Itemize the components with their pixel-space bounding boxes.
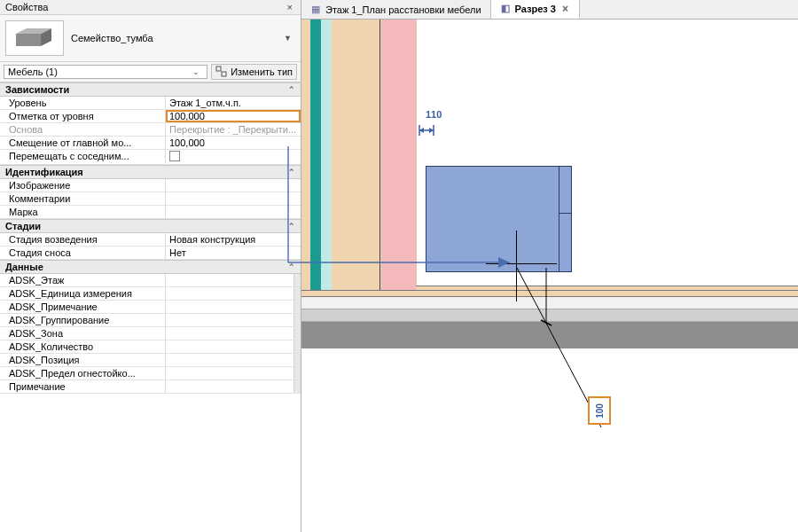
family-type-dropdown[interactable]: Семейство_тумба ▼	[71, 33, 295, 43]
tab-section[interactable]: ◧ Разрез 3 ×	[491, 0, 580, 19]
prop-level[interactable]: УровеньЭтаж 1_отм.ч.п.	[0, 97, 301, 110]
prop-offset-from-level[interactable]: Отметка от уровня100,000	[0, 110, 301, 123]
category-constraints[interactable]: Зависимости⌃	[0, 82, 301, 97]
chevron-down-icon: ▼	[280, 34, 295, 43]
collapse-icon: ⌃	[288, 262, 295, 271]
collapse-icon: ⌃	[288, 222, 295, 231]
prop-adsk-fire[interactable]: ADSK_Предел огнестойко...	[0, 367, 301, 380]
checkbox[interactable]	[169, 151, 180, 161]
close-icon[interactable]: ×	[285, 2, 295, 12]
dimension-width[interactable]: 110	[426, 109, 442, 120]
prop-adsk-pos[interactable]: ADSK_Позиция	[0, 354, 301, 367]
close-icon[interactable]: ×	[560, 3, 570, 15]
prop-moves-with[interactable]: Перемещать с соседним...	[0, 150, 301, 165]
collapse-icon: ⌃	[288, 168, 295, 176]
temp-dimension-box[interactable]: 100	[588, 396, 611, 425]
cursor-crosshair	[516, 231, 517, 301]
prop-mark[interactable]: Марка	[0, 206, 301, 219]
prop-adsk-floor[interactable]: ADSK_Этаж	[0, 274, 301, 287]
tab-plan[interactable]: ▦ Этаж 1_План расстановки мебели	[301, 0, 491, 19]
prop-comments[interactable]: Комментарии	[0, 192, 301, 206]
prop-adsk-qty[interactable]: ADSK_Количество	[0, 340, 301, 354]
section-icon: ◧	[500, 4, 511, 14]
slab-structural	[301, 322, 798, 348]
prop-phase-demolished[interactable]: Стадия сносаНет	[0, 246, 301, 260]
section-view-canvas[interactable]: 110 100	[301, 20, 798, 532]
prop-note[interactable]: Примечание	[0, 380, 301, 394]
temp-dimension-value: 100	[595, 403, 605, 419]
slab-layer-2	[301, 309, 798, 322]
panel-header: Свойства ×	[0, 0, 301, 15]
edit-type-label: Изменить тип	[231, 66, 293, 77]
wall-edge	[379, 20, 380, 310]
tab-label: Этаж 1_План расстановки мебели	[325, 4, 481, 15]
prop-phase-created[interactable]: Стадия возведенияНовая конструкция	[0, 233, 301, 246]
cabinet-door	[559, 167, 571, 271]
view-icon: ▦	[310, 4, 321, 15]
family-thumbnail	[5, 20, 64, 56]
filter-text: Мебель (1)	[8, 66, 58, 77]
panel-title: Свойства	[5, 2, 48, 12]
type-selector-row[interactable]: Семейство_тумба ▼	[0, 15, 301, 62]
prop-offset-from-host[interactable]: Смещение от главной мо...100,000	[0, 137, 301, 150]
category-data[interactable]: Данные⌃	[0, 260, 301, 274]
view-tabs: ▦ Этаж 1_План расстановки мебели ◧ Разре…	[301, 0, 798, 20]
collapse-icon: ⌃	[288, 85, 295, 94]
svg-marker-0	[16, 34, 41, 46]
category-filter-dropdown[interactable]: Мебель (1) ⌄	[4, 65, 207, 79]
cursor-crosshair	[486, 263, 557, 264]
svg-rect-4	[222, 72, 226, 76]
edit-type-icon	[215, 66, 228, 78]
chevron-down-icon: ⌄	[189, 67, 203, 76]
category-phasing[interactable]: Стадии⌃	[0, 219, 301, 233]
properties-panel: Свойства × Семейство_тумба ▼ Мебель (1) …	[0, 0, 301, 532]
tab-label: Разрез 3	[515, 4, 556, 14]
svg-rect-3	[216, 66, 221, 71]
prop-host: ОсноваПерекрытие : _Перекрыти...	[0, 123, 301, 137]
wall-core	[381, 20, 417, 290]
edit-type-button[interactable]: Изменить тип	[211, 64, 297, 80]
prop-adsk-note[interactable]: ADSK_Примечание	[0, 301, 301, 314]
floor-layer	[301, 290, 798, 297]
prop-adsk-unit[interactable]: ADSK_Единица измерения	[0, 287, 301, 301]
category-identity[interactable]: Идентификация⌃	[0, 165, 301, 179]
dimension-bar	[418, 123, 451, 136]
prop-adsk-group[interactable]: ADSK_Группирование	[0, 314, 301, 327]
properties-grid: Зависимости⌃ УровеньЭтаж 1_отм.ч.п. Отме…	[0, 82, 301, 532]
cabinet-element[interactable]	[426, 166, 572, 272]
wall-layer-1	[310, 20, 321, 330]
prop-image[interactable]: Изображение	[0, 179, 301, 192]
slab-layer-1	[301, 297, 798, 309]
family-name: Семейство_тумба	[71, 33, 153, 43]
cabinet-shelf	[559, 213, 571, 214]
wall-layer-2	[321, 20, 332, 330]
prop-adsk-zone[interactable]: ADSK_Зона	[0, 327, 301, 340]
